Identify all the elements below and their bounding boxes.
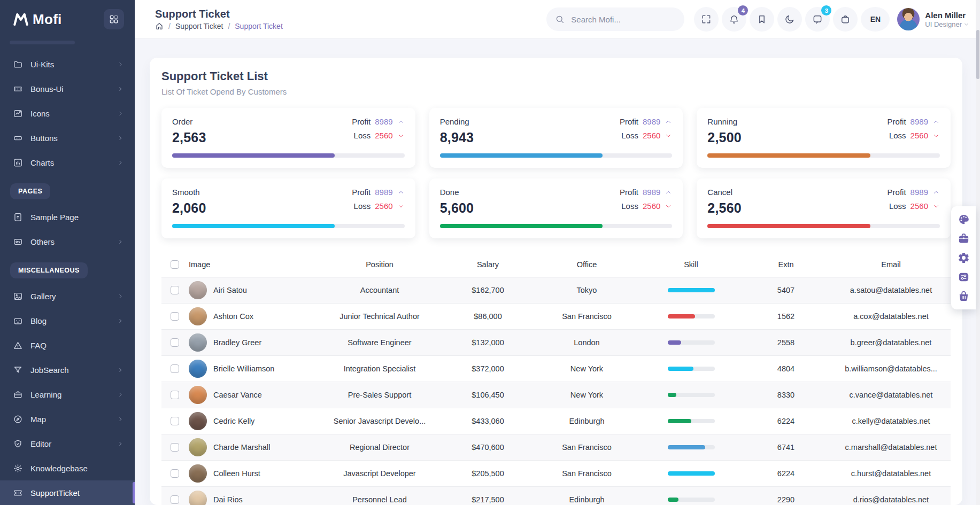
profit-value: 8989: [375, 117, 392, 126]
search-input[interactable]: [570, 14, 676, 25]
sidebar-item[interactable]: Ui-Kits: [0, 52, 135, 76]
column-header-image[interactable]: Image: [188, 252, 315, 277]
cell-extn: 2290: [740, 486, 831, 505]
stat-label: Order: [172, 117, 206, 126]
cell-skill: [642, 382, 740, 408]
loss-label: Loss: [354, 131, 371, 140]
avatar: [189, 386, 207, 404]
home-icon[interactable]: [155, 22, 164, 30]
row-checkbox[interactable]: [171, 443, 179, 452]
column-header-email[interactable]: Email: [831, 252, 951, 277]
row-checkbox[interactable]: [171, 364, 179, 373]
table-row: Ashton Cox Junior Technical Author $86,0…: [161, 303, 951, 329]
sidebar-item[interactable]: JobSearch: [0, 358, 135, 382]
caret-down-icon: [932, 132, 940, 139]
row-checkbox[interactable]: [171, 286, 179, 294]
stat-label: Done: [440, 188, 474, 197]
row-checkbox[interactable]: [171, 495, 179, 504]
menu-icon: [13, 488, 23, 498]
customizer-panel: [951, 206, 976, 309]
profit-value: 8989: [910, 117, 928, 126]
column-header-salary[interactable]: Salary: [444, 252, 532, 277]
column-header-skill[interactable]: Skill: [642, 252, 740, 277]
cell-skill: [642, 408, 740, 434]
sidebar-section-badge: MISCELLANEOUS: [10, 262, 88, 278]
sidebar-item[interactable]: Icons: [0, 101, 135, 126]
column-header-office[interactable]: Office: [532, 252, 642, 277]
row-checkbox[interactable]: [171, 469, 179, 478]
menu-icon: [13, 414, 23, 424]
basket-icon[interactable]: [958, 290, 970, 302]
support-ticket-card: Support Ticket List List Of Ticket Opend…: [150, 58, 962, 505]
sidebar-item[interactable]: Bonus-Ui: [0, 76, 135, 101]
sidebar-item[interactable]: FAQ: [0, 333, 135, 358]
menu-icon: [13, 59, 23, 69]
brand-logo[interactable]: Mofi: [13, 11, 62, 28]
stat-progress-track: [172, 153, 405, 158]
sidebar-item[interactable]: Others: [0, 229, 135, 254]
sidebar-item[interactable]: Charts: [0, 150, 135, 175]
cart-button[interactable]: [833, 7, 858, 32]
sidebar-item[interactable]: Knowledgebase: [0, 456, 135, 480]
sliders-icon[interactable]: [958, 271, 970, 283]
sidebar-item[interactable]: SupportTicket: [0, 480, 135, 505]
sidebar-toggle-button[interactable]: [104, 9, 124, 29]
sidebar-item-label: Bonus-Ui: [30, 84, 110, 94]
breadcrumb-item[interactable]: Support Ticket: [175, 22, 223, 30]
sidebar-item[interactable]: Editor: [0, 431, 135, 456]
sidebar-item[interactable]: Learning: [0, 382, 135, 407]
cell-office: San Francisco: [532, 434, 642, 460]
chevron-right-icon: [117, 293, 124, 300]
row-checkbox[interactable]: [171, 338, 179, 347]
select-all-checkbox[interactable]: [171, 260, 179, 269]
bookmark-button[interactable]: [750, 7, 774, 32]
work-case-icon[interactable]: [958, 232, 970, 245]
cell-email: b.williamson@datatables...: [831, 355, 951, 382]
loss-label: Loss: [889, 131, 906, 140]
breadcrumb-item-current[interactable]: Support Ticket: [235, 22, 283, 30]
sidebar-item[interactable]: Sample Page: [0, 205, 135, 229]
dark-mode-button[interactable]: [777, 7, 802, 32]
chevron-right-icon: [117, 159, 124, 166]
skill-progress-fill: [668, 314, 695, 318]
stat-label: Smooth: [172, 188, 206, 197]
sidebar-item-label: Map: [30, 415, 110, 424]
sidebar-item-label: Buttons: [30, 134, 110, 143]
skill-progress-fill: [668, 288, 715, 292]
user-menu[interactable]: Alen Miller UI Designer: [897, 8, 969, 30]
palette-icon[interactable]: [958, 213, 970, 226]
stat-label: Running: [707, 117, 742, 126]
stat-value: 2,060: [172, 200, 206, 216]
settings-gear-icon[interactable]: [958, 252, 970, 264]
scrollbar-thumb[interactable]: [976, 30, 979, 79]
row-checkbox[interactable]: [171, 391, 179, 399]
cell-email: b.greer@datatables.net: [831, 329, 951, 355]
row-checkbox[interactable]: [171, 417, 179, 425]
column-header-extn[interactable]: Extn: [740, 252, 831, 277]
cell-email: a.cox@datatables.net: [831, 303, 951, 329]
menu-icon: [13, 84, 23, 94]
language-button[interactable]: EN: [861, 7, 890, 32]
loss-label: Loss: [621, 131, 638, 140]
sidebar-item[interactable]: Map: [0, 407, 135, 431]
profit-label: Profit: [620, 117, 638, 126]
brand-name: Mofi: [33, 11, 62, 28]
cell-extn: 2558: [740, 329, 831, 355]
messages-button[interactable]: 3: [805, 7, 830, 32]
sidebar-item-label: Others: [30, 237, 110, 246]
row-checkbox[interactable]: [171, 312, 179, 321]
fullscreen-button[interactable]: [694, 7, 719, 32]
table-row: Brielle Williamson Integration Specialis…: [161, 355, 951, 382]
sidebar-item[interactable]: Blog: [0, 308, 135, 333]
sidebar-item[interactable]: Gallery: [0, 284, 135, 308]
employee-name: Bradley Greer: [213, 338, 261, 347]
cell-extn: 8330: [740, 382, 831, 408]
sidebar-item[interactable]: Buttons: [0, 126, 135, 150]
cell-salary: $205,500: [444, 460, 532, 486]
table-row: Airi Satou Accountant $162,700 Tokyo: [161, 277, 951, 303]
column-header-position[interactable]: Position: [315, 252, 444, 277]
notifications-button[interactable]: 4: [722, 7, 746, 32]
sidebar-item-label: FAQ: [30, 341, 110, 350]
stat-progress-fill: [707, 153, 870, 158]
cell-position: Software Engineer: [315, 329, 444, 355]
